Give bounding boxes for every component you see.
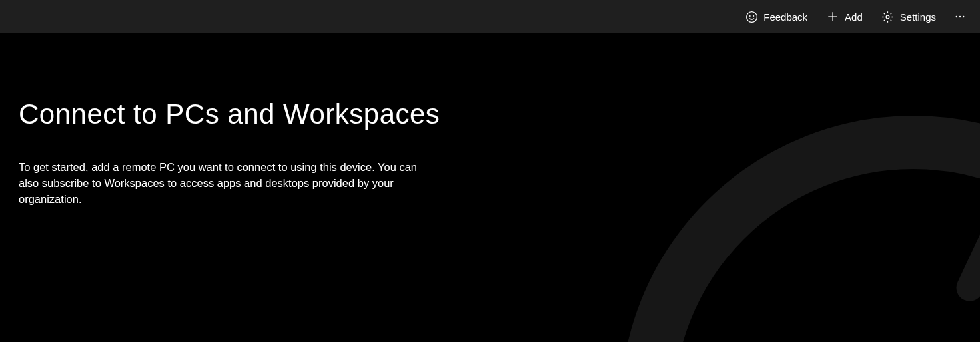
add-button[interactable]: Add [817,0,872,33]
feedback-label: Feedback [763,11,807,23]
feedback-button[interactable]: Feedback [735,0,817,33]
svg-point-0 [746,11,757,22]
more-icon [954,10,966,23]
svg-point-6 [956,16,957,17]
gear-icon [881,10,895,23]
main-content: Connect to PCs and Workspaces To get sta… [0,33,980,208]
smiley-icon [745,10,758,23]
settings-button[interactable]: Settings [872,0,945,33]
svg-point-8 [963,16,964,17]
settings-label: Settings [900,11,936,23]
more-button[interactable] [945,0,975,33]
svg-point-7 [959,16,961,17]
page-description: To get started, add a remote PC you want… [19,160,435,208]
svg-point-2 [753,15,754,16]
add-label: Add [845,11,863,23]
page-title: Connect to PCs and Workspaces [19,98,961,130]
plus-icon [826,10,839,23]
svg-point-5 [886,15,889,19]
svg-point-1 [749,15,750,16]
toolbar: Feedback Add Settings [0,0,980,33]
